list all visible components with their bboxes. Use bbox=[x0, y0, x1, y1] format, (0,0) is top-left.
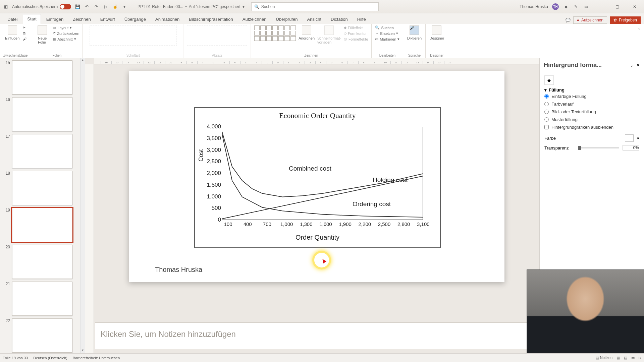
diamond-icon[interactable]: ◆ bbox=[563, 4, 569, 9]
thumb-slide-15[interactable]: 15 bbox=[3, 60, 77, 95]
search-box[interactable]: 🔍 bbox=[251, 2, 379, 11]
shapes-gallery[interactable] bbox=[254, 25, 296, 41]
webcam-overlay bbox=[527, 269, 644, 353]
find-button[interactable]: 🔍 Suchen bbox=[375, 25, 399, 30]
tab-zeichnen[interactable]: Zeichnen bbox=[69, 15, 95, 24]
redo-icon[interactable]: ↷ bbox=[93, 4, 99, 9]
tab-ansicht[interactable]: Ansicht bbox=[303, 15, 325, 24]
tab-ueberpruefen[interactable]: Überprüfen bbox=[272, 15, 302, 24]
thumb-slide-20[interactable]: 20 bbox=[3, 245, 77, 279]
view-slideshow-icon[interactable]: ▷ bbox=[639, 356, 641, 360]
record-button[interactable]: ●Aufzeichnen bbox=[573, 16, 607, 24]
paste-button[interactable]: Einfügen bbox=[5, 25, 20, 40]
view-reading-icon[interactable]: ▭ bbox=[631, 356, 635, 360]
tab-start[interactable]: Start bbox=[23, 14, 41, 24]
opt-solid[interactable]: Einfarbige Füllung bbox=[544, 93, 639, 100]
slide-canvas[interactable]: Economic Order Quantity Cost 05001,0001,… bbox=[129, 71, 504, 282]
layout-button[interactable]: ▭ Layout ▾ bbox=[53, 25, 79, 30]
accessibility-status[interactable]: Barrierefreiheit: Untersuchen bbox=[73, 356, 120, 360]
color-chevron-icon[interactable]: ▾ bbox=[637, 136, 639, 141]
opt-hidebg[interactable]: Hintergrundgrafiken ausblenden bbox=[544, 123, 639, 131]
section-button[interactable]: ▦ Abschnitt ▾ bbox=[53, 37, 79, 41]
group-clipboard-label: Zwischenablage bbox=[3, 53, 28, 57]
tab-entwurf[interactable]: Entwurf bbox=[96, 15, 119, 24]
thumbs-scrollbar[interactable]: ▲▼ bbox=[80, 58, 85, 353]
user-name[interactable]: Thomas Hruska bbox=[520, 4, 548, 9]
presenter-label: Thomas Hruska bbox=[155, 266, 202, 274]
maximize-button[interactable]: ▢ bbox=[610, 4, 624, 9]
dictate-button[interactable]: 🎤Diktieren bbox=[407, 25, 422, 40]
tab-animationen[interactable]: Animationen bbox=[151, 15, 183, 24]
transparency-value[interactable] bbox=[623, 145, 639, 150]
thumb-slide-19[interactable]: 19 bbox=[3, 208, 77, 242]
chart-xticks: 1004007001,0001,3001,6001,9002,2002,5002… bbox=[219, 221, 432, 227]
reset-button[interactable]: ↺ Zurücksetzen bbox=[53, 31, 79, 36]
title-bar: ◧ Automatisches Speichern 💾 ↶ ↷ ▷ ☝ ▾ PP… bbox=[0, 0, 644, 13]
slide-counter[interactable]: Folie 19 von 33 bbox=[3, 356, 28, 360]
collapse-ribbon-icon[interactable]: ⌄ bbox=[638, 26, 641, 31]
app-icon: ◧ bbox=[3, 4, 9, 9]
fill-category-icon[interactable]: ◆ bbox=[544, 75, 554, 85]
slide-editor: 1615141312111098765432101234567891011121… bbox=[85, 58, 539, 353]
chart-ylabel: Cost bbox=[198, 149, 205, 162]
notes-placeholder[interactable]: Klicken Sie, um Notizen hinzuzufügen bbox=[95, 322, 530, 349]
tab-einfuegen[interactable]: Einfügen bbox=[42, 15, 67, 24]
search-input[interactable] bbox=[261, 4, 376, 9]
chevron-down-icon[interactable]: ▾ bbox=[544, 87, 547, 93]
minimize-button[interactable]: — bbox=[593, 4, 606, 9]
share-button[interactable]: ✿Freigeben bbox=[610, 16, 641, 24]
window-icon[interactable]: ▭ bbox=[583, 4, 589, 9]
view-normal-icon[interactable]: ▦ bbox=[616, 356, 620, 360]
opt-pattern[interactable]: Musterfüllung bbox=[544, 116, 639, 123]
opt-picture[interactable]: Bild- oder Texturfüllung bbox=[544, 108, 639, 116]
view-sorter-icon[interactable]: ▤ bbox=[624, 356, 627, 360]
copy-icon[interactable]: ⧉ bbox=[23, 31, 26, 36]
thumb-slide-18[interactable]: 18 bbox=[3, 171, 77, 205]
tab-bildschirm[interactable]: Bildschirmpräsentation bbox=[185, 15, 237, 24]
shape-fill-button[interactable]: ◆ Fülleffekt bbox=[344, 25, 368, 30]
tab-uebergaenge[interactable]: Übergänge bbox=[120, 15, 150, 24]
notes-toggle[interactable]: ▤ Notizen bbox=[596, 356, 612, 360]
color-swatch[interactable] bbox=[625, 134, 634, 142]
group-draw-label: Zeichnen bbox=[304, 53, 318, 57]
save-icon[interactable]: 💾 bbox=[74, 4, 80, 9]
quick-styles-button[interactable]: Schnellformat- vorlagen bbox=[317, 25, 341, 44]
search-icon: 🔍 bbox=[254, 4, 259, 9]
doc-saved: Auf "diesem PC" gespeichert bbox=[189, 4, 240, 9]
designer-button[interactable]: Designer bbox=[429, 25, 444, 40]
slide-thumbnails: 15161718192021222324 ▲▼ bbox=[0, 58, 85, 353]
language-status[interactable]: Deutsch (Österreich) bbox=[33, 356, 67, 360]
arrange-button[interactable]: Anordnen bbox=[299, 25, 315, 40]
select-button[interactable]: ▭ Markieren ▾ bbox=[375, 37, 399, 41]
format-painter-icon[interactable]: 🖌 bbox=[23, 37, 26, 41]
undo-icon[interactable]: ↶ bbox=[84, 4, 90, 9]
close-button[interactable]: ✕ bbox=[628, 4, 641, 9]
thumb-slide-17[interactable]: 17 bbox=[3, 134, 77, 168]
doc-chevron-icon[interactable]: ▾ bbox=[243, 4, 245, 9]
comments-icon[interactable]: 💬 bbox=[566, 18, 571, 22]
tab-dictation[interactable]: Dictation bbox=[327, 15, 352, 24]
opt-gradient[interactable]: Farbverlauf bbox=[544, 100, 639, 108]
thumb-slide-16[interactable]: 16 bbox=[3, 97, 77, 131]
shape-outline-button[interactable]: ◇ Formkontur bbox=[344, 31, 368, 36]
pane-close-icon[interactable]: ✕ bbox=[636, 63, 640, 68]
touch-icon[interactable]: ☝ bbox=[112, 4, 118, 9]
qat-more-icon[interactable]: ▾ bbox=[121, 4, 127, 9]
replace-button[interactable]: ↔ Ersetzen ▾ bbox=[375, 31, 399, 36]
chart-image[interactable]: Economic Order Quantity Cost 05001,0001,… bbox=[194, 107, 441, 248]
new-slide-button[interactable]: Neue Folie bbox=[35, 25, 50, 44]
avatar[interactable]: TH bbox=[552, 3, 559, 10]
tab-datei[interactable]: Datei bbox=[3, 15, 21, 24]
tab-hilfe[interactable]: Hilfe bbox=[353, 15, 370, 24]
shape-effects-button[interactable]: ◎ Formeffekte bbox=[344, 37, 368, 41]
thumb-slide-22[interactable]: 22 bbox=[3, 318, 77, 353]
pane-collapse-icon[interactable]: ⌄ bbox=[630, 63, 634, 68]
thumb-slide-21[interactable]: 21 bbox=[3, 282, 77, 316]
autosave-toggle[interactable] bbox=[60, 4, 71, 9]
pen-icon[interactable]: ✎ bbox=[573, 4, 579, 9]
cut-icon[interactable]: ✂ bbox=[23, 25, 26, 30]
doc-title[interactable]: PPT 01 Roter Faden 00... bbox=[138, 4, 183, 9]
slideshow-icon[interactable]: ▷ bbox=[103, 4, 109, 9]
transparency-slider[interactable] bbox=[578, 147, 619, 148]
tab-aufzeichnen[interactable]: Aufzeichnen bbox=[238, 15, 271, 24]
